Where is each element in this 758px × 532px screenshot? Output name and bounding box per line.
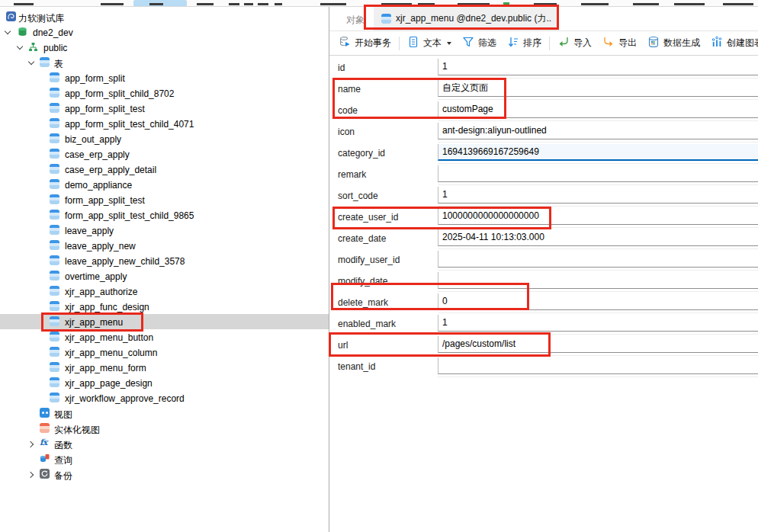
field-value-modify_user_id[interactable] <box>438 251 758 268</box>
filter-button[interactable]: 筛选 <box>457 36 502 50</box>
sort-button[interactable]: 排序 <box>502 36 547 50</box>
table-icon <box>50 103 59 113</box>
tree-node-xjr_app_menu_column[interactable]: xjr_app_menu_column <box>0 345 329 360</box>
tree-node-力软测试库[interactable]: 力软测试库 <box>0 9 329 24</box>
import-button[interactable]: 导入 <box>552 36 597 50</box>
field-value-create_user_id[interactable]: 1000000000000000000 <box>438 208 758 225</box>
table-icon <box>50 255 59 265</box>
form-row-modify_date: modify_date <box>329 271 758 292</box>
form-row-delete_mark: delete_mark0 <box>329 292 758 313</box>
chevron-right-icon[interactable] <box>28 471 35 478</box>
tree-node-app_form_split[interactable]: app_form_split <box>0 70 329 85</box>
chevron-down-icon[interactable] <box>17 44 24 51</box>
tree-node-dne2_dev[interactable]: dne2_dev <box>0 24 329 40</box>
data-generation-button[interactable]: 数据生成 <box>642 36 705 50</box>
tree-node-label: 力软测试库 <box>18 12 64 25</box>
field-label-modify_user_id: modify_user_id <box>329 249 438 271</box>
form-row-sort_code: sort_code1 <box>329 185 758 207</box>
field-label-modify_date: modify_date <box>329 271 438 292</box>
tree-node-demo_appliance[interactable]: demo_appliance <box>0 177 329 192</box>
field-value-enabled_mark[interactable]: 1 <box>438 315 758 332</box>
chevron-down-icon[interactable] <box>28 59 35 66</box>
tree-node-label: xjr_app_menu_form <box>65 363 146 373</box>
tree-node-函数[interactable]: fx函数 <box>0 436 329 451</box>
field-label-create_user_id: create_user_id <box>329 207 438 228</box>
field-value-id[interactable]: 1 <box>438 59 758 75</box>
field-label-category_id: category_id <box>329 143 438 164</box>
postgres-connection-icon <box>6 11 16 21</box>
tree-node-视图[interactable]: 视图 <box>0 405 329 421</box>
form-row-create_date: create_date2025-04-11 10:13:03.000 <box>329 228 758 249</box>
tree-node-xjr_app_menu_form[interactable]: xjr_app_menu_form <box>0 360 329 375</box>
field-value-modify_date[interactable] <box>438 272 758 289</box>
table-icon <box>50 72 59 82</box>
tree-node-label: xjr_app_menu_button <box>65 332 153 343</box>
field-value-category_id[interactable]: 1694139669167259649 <box>438 144 758 161</box>
field-value-url[interactable]: /pages/custom/list <box>438 336 758 353</box>
field-value-code[interactable]: customPage <box>438 101 758 118</box>
tree-node-表[interactable]: 表 <box>0 55 329 70</box>
chevron-down-icon[interactable] <box>5 29 11 36</box>
tree-node-查询[interactable]: 查询 <box>0 451 329 466</box>
chevron-right-icon[interactable] <box>28 441 35 447</box>
field-value-delete_mark[interactable]: 0 <box>438 293 758 310</box>
sort-icon <box>507 36 519 50</box>
tree-node-public[interactable]: public <box>0 40 329 55</box>
tree-node-label: 表 <box>54 58 63 71</box>
tree-node-app_form_split_test[interactable]: app_form_split_test <box>0 101 329 116</box>
tree-node-xjr_app_menu_button[interactable]: xjr_app_menu_button <box>0 329 329 345</box>
tree-node-xjr_app_authorize[interactable]: xjr_app_authorize <box>0 284 329 299</box>
table-icon <box>50 316 59 326</box>
field-value-sort_code[interactable]: 1 <box>438 187 758 204</box>
tree-node-app_form_split_test_child_4071[interactable]: app_form_split_test_child_4071 <box>0 116 329 131</box>
tree-node-form_app_split_test[interactable]: form_app_split_test <box>0 192 329 207</box>
create-chart-button[interactable]: 创建图表 <box>705 36 758 50</box>
field-value-icon[interactable]: ant-design:aliyun-outlined <box>438 123 758 139</box>
field-value-remark[interactable] <box>438 165 758 182</box>
tree-node-case_erp_apply[interactable]: case_erp_apply <box>0 146 329 162</box>
tree-node-xjr_app_func_design[interactable]: xjr_app_func_design <box>0 299 329 314</box>
field-value-tenant_id[interactable] <box>438 357 758 374</box>
text-doc-icon <box>407 36 419 50</box>
table-icon <box>50 377 59 387</box>
field-value-create_date[interactable]: 2025-04-11 10:13:03.000 <box>438 229 758 246</box>
export-button[interactable]: 导出 <box>597 36 642 50</box>
table-icon <box>50 347 59 357</box>
form-row-url: url/pages/custom/list <box>329 335 758 356</box>
field-label-tenant_id: tenant_id <box>329 356 438 377</box>
field-value-name[interactable]: 自定义页面 <box>438 80 758 97</box>
tree-node-case_erp_apply_detail[interactable]: case_erp_apply_detail <box>0 162 329 177</box>
view-icon <box>40 408 50 418</box>
tab-title: xjr_app_menu @dne2_dev.public (力... <box>396 12 551 25</box>
tree-node-xjr_app_page_design[interactable]: xjr_app_page_design <box>0 375 329 390</box>
tree-node-leave_apply_new_child_3578[interactable]: leave_apply_new_child_3578 <box>0 253 329 268</box>
tree-node-label: 备份 <box>54 470 72 482</box>
table-icon <box>50 332 59 341</box>
field-label-delete_mark: delete_mark <box>329 292 438 313</box>
tree-node-form_app_split_test_child_9865[interactable]: form_app_split_test_child_9865 <box>0 207 329 223</box>
tree-node-备份[interactable]: 备份 <box>0 466 329 482</box>
import-icon <box>557 36 570 50</box>
begin-transaction-button[interactable]: 开始事务 <box>333 36 397 50</box>
tree-node-biz_out_apply[interactable]: biz_out_apply <box>0 131 329 146</box>
tree-node-leave_apply_new[interactable]: leave_apply_new <box>0 238 329 253</box>
field-label-name: name <box>329 79 438 100</box>
tree-node-xjr_app_menu[interactable]: xjr_app_menu <box>0 314 329 329</box>
form-row-modify_user_id: modify_user_id <box>329 249 758 271</box>
tree-node-label: overtime_apply <box>65 271 127 282</box>
table-icon <box>50 88 59 98</box>
tree-node-app_form_split_child_8702[interactable]: app_form_split_child_8702 <box>0 85 329 101</box>
record-toolbar: 开始事务 文本 筛选 排序 导入 导出 数据生成 <box>329 31 758 56</box>
table-icon <box>50 393 59 402</box>
tree-node-实体化视图[interactable]: 实体化视图 <box>0 421 329 436</box>
tab-xjr-app-menu[interactable]: xjr_app_menu @dne2_dev.public (力... <box>374 7 559 30</box>
tree-node-label: demo_appliance <box>65 180 132 191</box>
tree-node-overtime_apply[interactable]: overtime_apply <box>0 268 329 284</box>
field-label-code: code <box>329 100 438 121</box>
tab-objects[interactable]: 对象 <box>346 14 365 27</box>
tree-node-xjr_workflow_approve_record[interactable]: xjr_workflow_approve_record <box>0 390 329 405</box>
form-row-code: codecustomPage <box>329 100 758 121</box>
table-icon <box>50 118 59 128</box>
tree-node-leave_apply[interactable]: leave_apply <box>0 223 329 238</box>
text-view-button[interactable]: 文本 <box>402 36 457 50</box>
